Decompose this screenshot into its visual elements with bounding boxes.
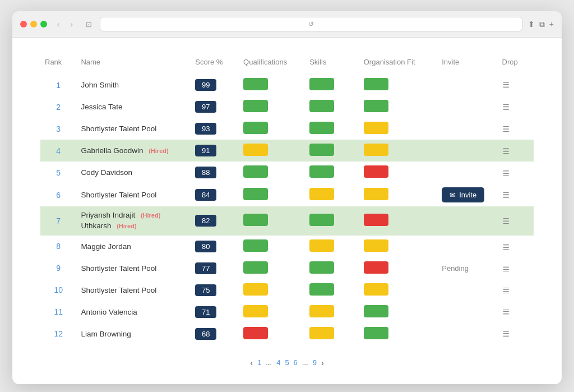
pagination: ‹ 1 ... 4 5 6 ... 9 › xyxy=(40,358,534,373)
qual-pill xyxy=(243,165,268,178)
drop-cell[interactable]: ≣ xyxy=(498,162,534,183)
header-qualifications: Qualifications xyxy=(239,54,305,74)
score-cell: 77 xyxy=(191,257,239,279)
envelope-icon: ✉ xyxy=(450,191,456,199)
drop-icon[interactable]: ≣ xyxy=(502,329,510,339)
org-fit-cell xyxy=(359,236,438,257)
ellipsis-2: ... xyxy=(302,358,308,367)
drop-cell[interactable]: ≣ xyxy=(498,183,534,206)
score-badge: 97 xyxy=(195,101,216,113)
org-fit-pill xyxy=(364,214,388,226)
table-row: 8Maggie Jordan80≣ xyxy=(40,236,534,257)
org-fit-pill xyxy=(364,327,388,339)
name-line2: Uthkarsh (Hired) xyxy=(81,221,186,232)
org-fit-pill xyxy=(364,239,388,252)
page-5[interactable]: 5 xyxy=(285,358,289,367)
skills-pill xyxy=(309,100,334,112)
drop-cell[interactable]: ≣ xyxy=(498,279,534,301)
minimize-button[interactable] xyxy=(30,21,37,27)
skills-pill xyxy=(309,327,334,339)
name-cell: Gabriella Goodwin (Hired) xyxy=(76,140,191,162)
tab-icon: ⊡ xyxy=(83,19,94,30)
drop-icon[interactable]: ≣ xyxy=(502,216,510,225)
hired-badge: (Hired) xyxy=(149,147,168,154)
back-button[interactable]: ‹ xyxy=(53,19,64,30)
drop-icon[interactable]: ≣ xyxy=(502,242,510,251)
skills-cell xyxy=(305,257,359,279)
page-6[interactable]: 6 xyxy=(294,358,298,367)
org-fit-cell xyxy=(359,96,438,118)
skills-cell xyxy=(305,118,359,140)
skills-pill xyxy=(309,188,334,200)
drop-icon[interactable]: ≣ xyxy=(502,146,510,155)
maximize-button[interactable] xyxy=(40,21,47,27)
qual-pill xyxy=(243,239,268,252)
invite-button[interactable]: ✉ Invite xyxy=(442,187,484,202)
invite-cell xyxy=(437,301,497,323)
name-cell: Shortlyster Talent Pool xyxy=(76,279,191,301)
qual-pill xyxy=(243,100,268,112)
drop-icon[interactable]: ≣ xyxy=(502,124,510,133)
invite-cell: ✉ Invite xyxy=(437,183,497,206)
drop-cell[interactable]: ≣ xyxy=(498,74,534,96)
hired-badge-2: (Hired) xyxy=(117,223,136,229)
rank-cell: 2 xyxy=(40,96,76,118)
qualifications-cell xyxy=(239,236,305,257)
score-cell: 93 xyxy=(191,118,239,140)
skills-cell xyxy=(305,162,359,183)
browser-nav: ‹ › xyxy=(53,19,77,30)
table-row: 11Antonio Valencia71≣ xyxy=(40,301,534,323)
drop-cell[interactable]: ≣ xyxy=(498,118,534,140)
share-icon[interactable]: ⬆ xyxy=(528,20,535,29)
next-page-button[interactable]: › xyxy=(321,358,324,367)
drop-cell[interactable]: ≣ xyxy=(498,140,534,162)
drop-cell[interactable]: ≣ xyxy=(498,301,534,323)
drop-icon[interactable]: ≣ xyxy=(502,307,510,317)
drop-icon[interactable]: ≣ xyxy=(502,80,510,90)
prev-page-button[interactable]: ‹ xyxy=(250,358,253,367)
drop-icon[interactable]: ≣ xyxy=(502,102,510,112)
name-line1: Priyansh Indrajit (Hired) xyxy=(81,210,186,221)
name-cell: Shortlyster Talent Pool xyxy=(76,183,191,206)
name-cell: Shortlyster Talent Pool xyxy=(76,257,191,279)
qualifications-cell xyxy=(239,162,305,183)
close-button[interactable] xyxy=(20,21,27,27)
invite-cell xyxy=(437,236,497,257)
table-row: 1John Smith99≣ xyxy=(40,74,534,96)
drop-cell[interactable]: ≣ xyxy=(498,257,534,279)
drop-cell[interactable]: ≣ xyxy=(498,96,534,118)
score-badge: 80 xyxy=(195,241,216,252)
score-badge: 82 xyxy=(195,215,216,227)
duplicate-icon[interactable]: ⧉ xyxy=(539,20,545,29)
name-cell: Shortlyster Talent Pool xyxy=(76,118,191,140)
drop-icon[interactable]: ≣ xyxy=(502,168,510,177)
drop-cell[interactable]: ≣ xyxy=(498,323,534,345)
skills-pill xyxy=(309,214,334,226)
drop-icon[interactable]: ≣ xyxy=(502,190,510,200)
page-4[interactable]: 4 xyxy=(276,358,280,367)
org-fit-cell xyxy=(359,140,438,162)
drop-icon[interactable]: ≣ xyxy=(502,285,510,295)
drop-cell[interactable]: ≣ xyxy=(498,236,534,257)
skills-pill xyxy=(309,283,334,296)
qualifications-cell xyxy=(239,118,305,140)
page-1[interactable]: 1 xyxy=(257,358,261,367)
menu-icon[interactable]: + xyxy=(549,20,554,29)
score-cell: 91 xyxy=(191,140,239,162)
candidates-table: Rank Name Score % Qualifications Skills … xyxy=(40,54,534,345)
skills-cell xyxy=(305,236,359,257)
invite-cell xyxy=(437,96,497,118)
forward-button[interactable]: › xyxy=(66,19,77,30)
qualifications-cell xyxy=(239,301,305,323)
page-9[interactable]: 9 xyxy=(313,358,317,367)
content-area: Rank Name Score % Qualifications Skills … xyxy=(12,38,562,384)
drop-icon[interactable]: ≣ xyxy=(502,264,510,273)
org-fit-cell xyxy=(359,323,438,345)
invite-cell xyxy=(437,206,497,236)
address-bar[interactable]: ↺ xyxy=(100,17,522,31)
name-cell: Jessica Tate xyxy=(76,96,191,118)
drop-cell[interactable]: ≣ xyxy=(498,206,534,236)
org-fit-cell xyxy=(359,183,438,206)
refresh-icon: ↺ xyxy=(308,20,314,28)
qual-pill xyxy=(243,305,268,317)
